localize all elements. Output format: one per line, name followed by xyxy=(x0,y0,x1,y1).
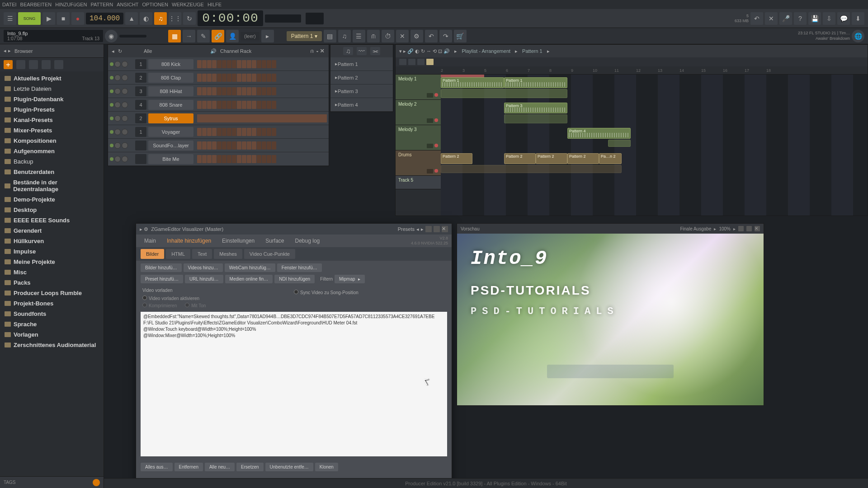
zoom-value[interactable]: 100% xyxy=(719,226,731,231)
remove-unused-button[interactable]: Unbenutzte entfe… xyxy=(265,463,313,471)
step[interactable] xyxy=(247,87,251,95)
step[interactable] xyxy=(227,128,231,136)
tree-item[interactable]: Letzte Dateien xyxy=(0,84,104,94)
step[interactable] xyxy=(267,101,271,109)
add-images-button[interactable]: Bilder hinzufü… xyxy=(141,263,182,272)
channel-row[interactable]: 1 Voyager xyxy=(108,125,329,139)
tree-item[interactable]: Meine Projekte xyxy=(0,257,104,267)
tree-item[interactable]: Hüllkurven xyxy=(0,236,104,246)
menu-pattern[interactable]: PATTERN xyxy=(91,2,113,7)
zge-titlebar[interactable]: ▸ ⚙ ZGameEditor Visualizer (Master) Pres… xyxy=(136,224,452,235)
channel-name[interactable]: SoundFo…layer xyxy=(148,141,193,150)
tree-item[interactable]: Mixer-Presets xyxy=(0,125,104,136)
tree-item[interactable]: Benutzerdaten xyxy=(0,167,104,177)
step[interactable] xyxy=(232,74,236,82)
help-icon[interactable]: ? xyxy=(794,12,807,25)
step[interactable] xyxy=(197,141,202,150)
step[interactable] xyxy=(197,101,202,109)
pattern-item[interactable]: ▸ Pattern 3 xyxy=(330,84,393,98)
step[interactable] xyxy=(272,74,276,82)
playlist-ruler[interactable]: 23 56 78 910 1112 1314 1516 1718 xyxy=(396,66,868,75)
plugin-btn[interactable]: ⚙ xyxy=(410,30,423,42)
clip[interactable]: Pattern 2 xyxy=(536,153,567,164)
pan-knob[interactable] xyxy=(114,88,121,94)
step[interactable] xyxy=(257,141,261,150)
pan-knob[interactable] xyxy=(114,115,121,122)
countdown-icon[interactable]: ◐ xyxy=(140,12,152,25)
subtab-html[interactable]: HTML xyxy=(166,249,190,259)
clip[interactable] xyxy=(441,165,622,173)
tree-item[interactable]: EEEE EEEE Sounds xyxy=(0,215,104,225)
step[interactable] xyxy=(222,87,226,95)
tree-item[interactable]: Packs xyxy=(0,277,104,288)
channel-name[interactable]: Bite Me xyxy=(148,154,193,164)
channel-led[interactable] xyxy=(110,76,113,80)
step[interactable] xyxy=(267,60,271,68)
step[interactable] xyxy=(202,155,207,163)
step[interactable] xyxy=(237,155,241,163)
track-header[interactable]: Melody 3 xyxy=(396,125,441,150)
clip[interactable]: Pattern 1 xyxy=(441,77,504,88)
snap-select[interactable]: (leer) xyxy=(241,32,259,40)
step[interactable] xyxy=(242,101,246,109)
channel-led[interactable] xyxy=(110,130,113,134)
step[interactable] xyxy=(202,60,207,68)
download-icon[interactable]: ⬇ xyxy=(852,12,864,25)
undo2-icon[interactable]: ↶ xyxy=(425,30,438,42)
playlist-grid[interactable]: Pattern 1 Pattern 1 Pattern 3 Pattern 4 … xyxy=(441,75,868,216)
pl-tool-icon[interactable] xyxy=(408,59,415,65)
vol-knob[interactable] xyxy=(122,102,128,108)
tab-settings[interactable]: Einstellungen xyxy=(217,236,259,246)
step[interactable] xyxy=(207,87,212,95)
close-icon[interactable]: ✕ xyxy=(442,226,448,232)
step[interactable] xyxy=(252,60,256,68)
close-btn[interactable]: ✕ xyxy=(396,30,409,42)
step[interactable] xyxy=(232,101,236,109)
channel-row[interactable]: 3 808 HiHat xyxy=(108,84,329,98)
menu-help[interactable]: HILFE xyxy=(208,2,222,7)
channel-name[interactable]: 808 Clap xyxy=(148,73,193,83)
replace-button[interactable]: Ersetzen xyxy=(236,463,263,471)
step[interactable] xyxy=(217,60,222,68)
tree-item[interactable]: Aufgenommen xyxy=(0,146,104,156)
step[interactable] xyxy=(207,155,212,163)
channel-row[interactable]: Bite Me xyxy=(108,152,329,166)
tree-item[interactable]: Zerschnittenes Audiomaterial xyxy=(0,340,104,350)
channel-name[interactable]: 808 Kick xyxy=(148,59,193,69)
mipmap-select[interactable]: Mipmap ▸ xyxy=(335,275,365,283)
mic-icon[interactable]: 🎤 xyxy=(779,12,792,25)
step[interactable] xyxy=(262,60,266,68)
step[interactable] xyxy=(207,128,212,136)
channel-row[interactable]: 1 808 Kick xyxy=(108,57,329,71)
clip[interactable] xyxy=(441,89,567,98)
step[interactable] xyxy=(252,101,256,109)
menu-tools[interactable]: WERKZEUGE xyxy=(172,2,204,7)
step[interactable] xyxy=(197,155,202,163)
channel-number[interactable]: 2 xyxy=(135,113,146,123)
tree-item[interactable]: Misc xyxy=(0,267,104,277)
tree-item[interactable]: Aktuelles Projekt xyxy=(0,73,104,84)
tempo-display[interactable]: 104.000 xyxy=(86,13,123,24)
pattern-item[interactable]: ▸ Pattern 1 xyxy=(330,57,393,71)
channel-number[interactable]: 2 xyxy=(135,73,146,83)
track-header[interactable]: Melody 2 xyxy=(396,100,441,125)
step[interactable] xyxy=(262,128,266,136)
step[interactable] xyxy=(227,141,231,150)
tree-item[interactable]: Projekt-Bones xyxy=(0,298,104,309)
tree-item[interactable]: Kanal-Presets xyxy=(0,115,104,125)
select-all-button[interactable]: Alles aus… xyxy=(141,463,173,471)
pan-knob[interactable] xyxy=(114,61,121,67)
step[interactable] xyxy=(227,101,231,109)
step[interactable] xyxy=(217,141,222,150)
channel-led[interactable] xyxy=(110,157,113,161)
step[interactable] xyxy=(202,141,207,150)
step[interactable] xyxy=(242,74,246,82)
playlist-btn[interactable]: ▤ xyxy=(324,30,336,42)
vol-knob[interactable] xyxy=(122,142,128,149)
pan-knob[interactable] xyxy=(114,75,121,81)
step[interactable] xyxy=(267,141,271,150)
step[interactable] xyxy=(252,141,256,150)
play-button[interactable]: ▶ xyxy=(42,12,55,25)
browser-add-icon[interactable]: ＋ xyxy=(4,60,13,69)
add-window-button[interactable]: Fenster hinzufü… xyxy=(277,263,322,272)
